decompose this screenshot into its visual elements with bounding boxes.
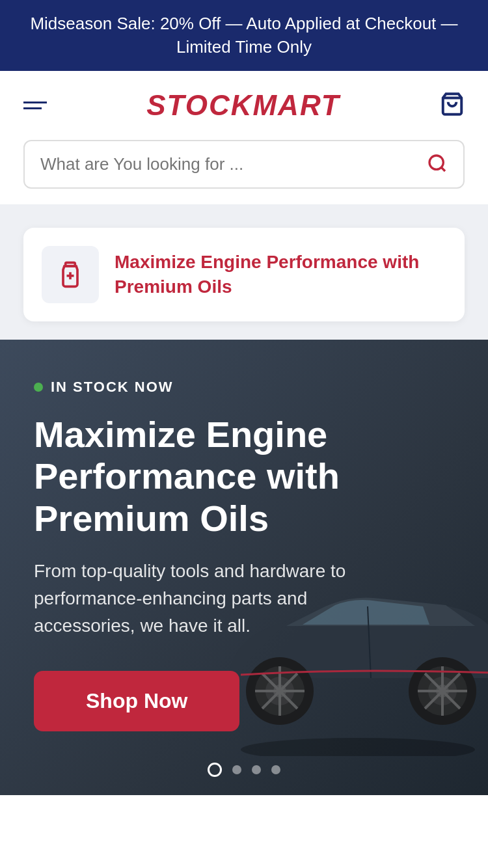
hero-content: IN STOCK NOW Maximize Engine Performance…	[34, 379, 454, 731]
pagination-dots	[0, 763, 488, 777]
product-card-title: Maximize Engine Performance with Premium…	[115, 250, 446, 299]
logo[interactable]: STOCKMART	[146, 89, 340, 122]
header: STOCKMART	[0, 71, 488, 140]
svg-line-2	[441, 167, 445, 171]
promo-text: Midseason Sale: 20% Off — Auto Applied a…	[30, 14, 457, 57]
cart-button[interactable]	[440, 92, 465, 118]
oil-bottle-icon	[56, 260, 85, 289]
product-card[interactable]: Maximize Engine Performance with Premium…	[23, 228, 465, 321]
hero-title: Maximize Engine Performance with Premium…	[34, 414, 454, 539]
gray-section: Maximize Engine Performance with Premium…	[0, 204, 488, 795]
in-stock-badge: IN STOCK NOW	[34, 379, 454, 396]
cart-svg-icon	[440, 92, 465, 116]
svg-point-6	[241, 738, 475, 756]
hero-description: From top-quality tools and hardware to p…	[34, 558, 346, 640]
svg-point-1	[429, 156, 443, 169]
search-bar	[23, 140, 465, 189]
in-stock-dot	[34, 383, 43, 392]
shop-now-button[interactable]: Shop Now	[34, 671, 239, 731]
product-icon-box	[42, 246, 99, 303]
in-stock-label: IN STOCK NOW	[51, 379, 174, 396]
pagination-dot-1[interactable]	[208, 763, 222, 777]
pagination-dot-2[interactable]	[232, 765, 241, 774]
menu-icon[interactable]	[23, 102, 47, 109]
promo-banner: Midseason Sale: 20% Off — Auto Applied a…	[0, 0, 488, 71]
pagination-dot-4[interactable]	[271, 765, 280, 774]
hero-banner: IN STOCK NOW Maximize Engine Performance…	[0, 340, 488, 795]
search-icon	[427, 153, 448, 174]
search-button[interactable]	[427, 153, 448, 176]
pagination-dot-3[interactable]	[252, 765, 261, 774]
search-input[interactable]	[40, 154, 427, 174]
